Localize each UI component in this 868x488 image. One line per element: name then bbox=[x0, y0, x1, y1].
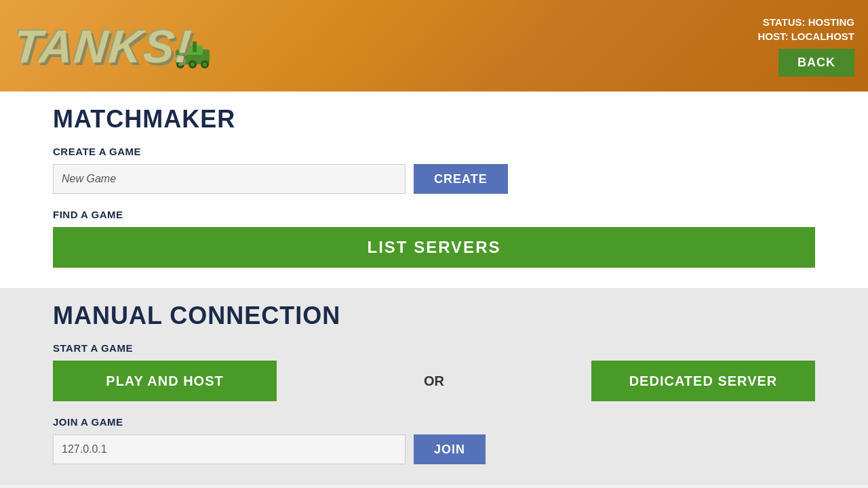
play-and-host-button[interactable]: PLAY AND HOST bbox=[53, 361, 277, 401]
find-a-game-label: FIND A GAME bbox=[53, 209, 815, 220]
matchmaker-title: MATCHMAKER bbox=[53, 105, 815, 134]
or-text: OR bbox=[277, 373, 591, 389]
create-a-game-label: CREATE A GAME bbox=[53, 146, 815, 157]
dedicated-server-button[interactable]: DEDICATED SERVER bbox=[591, 361, 815, 401]
manual-connection-title: MANUAL CONNECTION bbox=[53, 302, 815, 330]
matchmaker-section: MATCHMAKER CREATE A GAME CREATE FIND A G… bbox=[0, 92, 868, 288]
header-right: STATUS: HOSTING HOST: LOCALHOST BACK bbox=[758, 15, 855, 77]
join-game-row: JOIN bbox=[53, 434, 815, 464]
start-game-row: PLAY AND HOST OR DEDICATED SERVER bbox=[53, 361, 815, 401]
new-game-input[interactable] bbox=[53, 164, 406, 194]
status-text: STATUS: HOSTING HOST: LOCALHOST bbox=[758, 15, 855, 43]
list-servers-button[interactable]: LIST SERVERS bbox=[53, 227, 815, 268]
start-a-game-label: START A GAME bbox=[53, 342, 815, 354]
ip-input[interactable] bbox=[53, 434, 406, 464]
logo-text: TANKS! bbox=[12, 23, 195, 69]
svg-point-8 bbox=[203, 62, 207, 66]
manual-connection-section: MANUAL CONNECTION START A GAME PLAY AND … bbox=[0, 288, 868, 485]
logo-area: TANKS! bbox=[14, 22, 213, 70]
svg-rect-2 bbox=[193, 41, 197, 52]
back-button[interactable]: BACK bbox=[778, 49, 854, 77]
header: TANKS! STATUS: HOSTING HOST: LOCALHOST B… bbox=[0, 0, 868, 92]
create-game-row: CREATE bbox=[53, 164, 815, 194]
join-a-game-label: JOIN A GAME bbox=[53, 416, 815, 428]
create-button[interactable]: CREATE bbox=[414, 164, 508, 194]
join-button[interactable]: JOIN bbox=[414, 434, 486, 464]
